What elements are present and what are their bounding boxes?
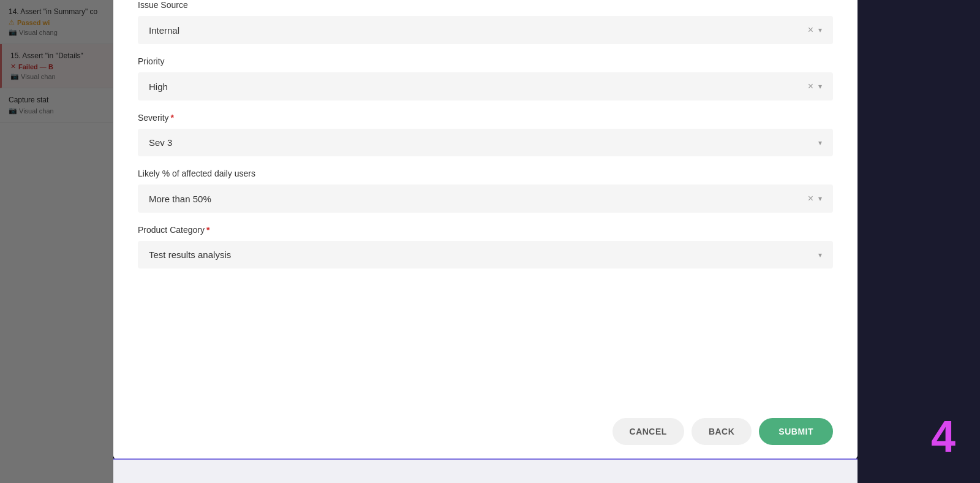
priority-label: Priority: [138, 56, 833, 66]
priority-value: High: [149, 82, 168, 92]
select-actions: ▾: [818, 139, 822, 147]
step-number: 4: [931, 414, 956, 458]
chevron-down-icon[interactable]: ▾: [818, 26, 822, 34]
priority-section: Priority High × ▾: [138, 56, 833, 101]
chevron-down-icon[interactable]: ▾: [818, 139, 822, 147]
clear-icon[interactable]: ×: [808, 25, 813, 36]
back-button[interactable]: BACK: [692, 418, 752, 445]
severity-value: Sev 3: [149, 137, 172, 148]
issue-source-label: Issue Source: [138, 0, 833, 10]
product-category-select[interactable]: Test results analysis ▾: [138, 241, 833, 268]
required-indicator: *: [171, 113, 174, 123]
bottom-bar: [113, 458, 858, 483]
select-actions: × ▾: [808, 81, 822, 92]
clear-icon[interactable]: ×: [808, 193, 813, 204]
priority-select[interactable]: High × ▾: [138, 72, 833, 101]
modal-body: Issue Source Internal × ▾ Priority High …: [113, 0, 858, 408]
modal-dialog: Issue Source Internal × ▾ Priority High …: [113, 0, 858, 460]
select-actions: × ▾: [808, 193, 822, 204]
modal-footer: CANCEL BACK SUBMIT: [113, 408, 858, 460]
submit-button[interactable]: SUBMIT: [759, 418, 833, 445]
severity-select[interactable]: Sev 3 ▾: [138, 129, 833, 156]
likely-percent-select[interactable]: More than 50% × ▾: [138, 184, 833, 213]
select-actions: × ▾: [808, 25, 822, 36]
chevron-down-icon[interactable]: ▾: [818, 251, 822, 259]
likely-percent-value: More than 50%: [149, 194, 211, 204]
right-panel: 4: [858, 0, 980, 483]
likely-percent-section: Likely % of affected daily users More th…: [138, 169, 833, 213]
select-actions: ▾: [818, 251, 822, 259]
likely-percent-label: Likely % of affected daily users: [138, 169, 833, 178]
chevron-down-icon[interactable]: ▾: [818, 194, 822, 203]
product-category-value: Test results analysis: [149, 249, 231, 260]
product-category-label: Product Category *: [138, 225, 833, 235]
product-category-section: Product Category * Test results analysis…: [138, 225, 833, 268]
required-indicator: *: [206, 225, 209, 235]
severity-section: Severity * Sev 3 ▾: [138, 113, 833, 156]
chevron-down-icon[interactable]: ▾: [818, 82, 822, 91]
issue-source-value: Internal: [149, 25, 179, 36]
issue-source-section: Issue Source Internal × ▾: [138, 0, 833, 44]
clear-icon[interactable]: ×: [808, 81, 813, 92]
severity-label: Severity *: [138, 113, 833, 123]
cancel-button[interactable]: CANCEL: [612, 418, 684, 445]
issue-source-select[interactable]: Internal × ▾: [138, 16, 833, 44]
